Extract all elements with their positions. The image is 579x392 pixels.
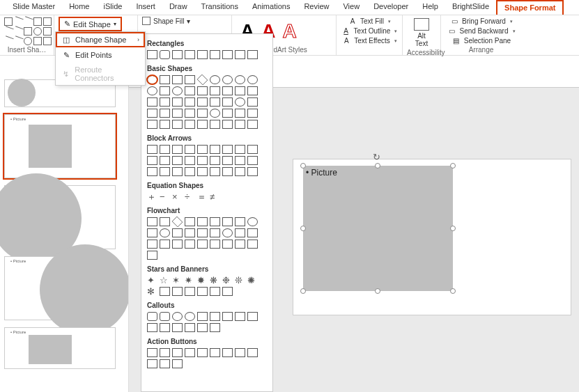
- edit-shape-button[interactable]: ✎ Edit Shape ▾: [59, 17, 122, 31]
- send-backward-label: Send Backward: [459, 27, 508, 35]
- text-outline-icon: A: [341, 27, 351, 35]
- tab-animations[interactable]: Animations: [245, 0, 297, 15]
- selection-pane-icon: ▤: [451, 37, 461, 45]
- gallery-row-rectangles[interactable]: [147, 50, 267, 59]
- tab-transitions[interactable]: Transitions: [194, 0, 245, 15]
- gallery-heading-equation-shapes: Equation Shapes: [147, 182, 267, 189]
- resize-handle-sw[interactable]: [300, 288, 306, 294]
- resize-handle-w[interactable]: [300, 226, 306, 231]
- tab-view[interactable]: View: [336, 0, 366, 15]
- thumb-layout-2[interactable]: • Picture: [4, 114, 116, 178]
- tab-islide[interactable]: iSlide: [96, 0, 129, 15]
- text-fill-label: Text Fill: [360, 17, 384, 25]
- reroute-connectors-label: Reroute Connectors: [75, 65, 139, 82]
- text-fill-icon: A: [348, 17, 357, 25]
- slide-thumbnails-pane[interactable]: • Picture • Picture • Picture • Picture: [0, 75, 129, 392]
- text-outline-button[interactable]: A Text Outline ▾: [341, 26, 398, 36]
- gallery-heading-basic-shapes: Basic Shapes: [147, 65, 267, 72]
- gallery-row-action-buttons[interactable]: [147, 348, 267, 368]
- gallery-row-basic-shapes[interactable]: [147, 75, 267, 129]
- tab-slide-master[interactable]: Slide Master: [6, 0, 62, 15]
- bring-forward-icon: ▭: [449, 17, 459, 25]
- shape-gallery[interactable]: Rectangles Basic Shapes Block Arrows Equ…: [141, 33, 273, 392]
- edit-shape-menu: ◫ Change Shape › ✎ Edit Points ↯ Reroute…: [55, 31, 146, 86]
- chevron-down-icon: ▾: [394, 29, 397, 34]
- edit-shape-icon: ✎: [64, 19, 70, 29]
- text-effects-label: Text Effects: [354, 37, 390, 45]
- chevron-right-icon: ›: [137, 36, 139, 43]
- group-label-accessibility: Accessibility: [407, 49, 436, 58]
- chevron-down-icon: ▾: [114, 21, 116, 27]
- resize-handle-nw[interactable]: [300, 163, 306, 168]
- gallery-heading-block-arrows: Block Arrows: [147, 134, 267, 142]
- thumb-layout-5[interactable]: • Picture: [4, 327, 116, 369]
- chevron-down-icon: ▾: [513, 29, 516, 34]
- chevron-down-icon: ▾: [510, 19, 513, 24]
- alt-text-label: Alt Text: [411, 32, 432, 47]
- gallery-heading-flowchart: Flowchart: [147, 207, 267, 214]
- thumb-layout-4[interactable]: • Picture: [4, 256, 116, 320]
- menu-change-shape[interactable]: ◫ Change Shape ›: [56, 32, 145, 47]
- main-area: • Picture • Picture • Picture • Picture …: [0, 75, 579, 392]
- tab-draw[interactable]: Draw: [162, 0, 194, 15]
- gallery-row-stars-banners[interactable]: ✦☆✶✷✸❋❉❊✺✻: [147, 276, 267, 296]
- alt-text-icon: [414, 18, 429, 31]
- thumb-label: • Picture: [10, 259, 26, 263]
- chevron-down-icon: ▾: [388, 19, 391, 24]
- gallery-row-callouts[interactable]: [147, 312, 267, 332]
- text-effects-icon: A: [341, 37, 351, 45]
- alt-text-button[interactable]: Alt Text: [407, 17, 436, 49]
- text-effects-button[interactable]: A Text Effects ▾: [341, 36, 397, 45]
- edit-shape-label: Edit Shape: [73, 20, 111, 29]
- text-fill-button[interactable]: A Text Fill ▾: [348, 17, 391, 26]
- chevron-down-icon: ▾: [187, 17, 190, 25]
- resize-handle-e[interactable]: [450, 226, 456, 231]
- fill-swatch-icon: [142, 17, 150, 25]
- rotate-handle[interactable]: [373, 152, 381, 160]
- gallery-heading-action-buttons: Action Buttons: [147, 338, 267, 345]
- thumb-label: • Picture: [10, 330, 26, 334]
- thumb-label: • Picture: [10, 117, 26, 121]
- thumb-layout-3[interactable]: • Picture: [4, 185, 116, 249]
- reroute-icon: ↯: [61, 69, 70, 79]
- selection-pane-button[interactable]: ▤ Selection Pane: [451, 36, 511, 45]
- resize-handle-se[interactable]: [450, 288, 456, 294]
- gallery-heading-rectangles: Rectangles: [147, 40, 267, 47]
- change-shape-label: Change Shape: [75, 36, 126, 44]
- group-label-arrange: Arrange: [445, 46, 517, 55]
- tab-shape-format[interactable]: Shape Format: [496, 0, 564, 15]
- resize-handle-n[interactable]: [375, 163, 380, 168]
- tab-home[interactable]: Home: [62, 0, 96, 15]
- bring-forward-label: Bring Forward: [462, 17, 506, 25]
- selection-pane-label: Selection Pane: [464, 37, 511, 45]
- tab-review[interactable]: Review: [297, 0, 336, 15]
- tab-insert[interactable]: Insert: [129, 0, 162, 15]
- shape-fill-button[interactable]: Shape Fill ▾: [142, 17, 190, 25]
- send-backward-button[interactable]: ▭ Send Backward ▾: [447, 26, 515, 36]
- shape-fill-label: Shape Fill: [153, 17, 184, 25]
- group-label-insert-shapes: Insert Sha…: [4, 46, 49, 55]
- tab-developer[interactable]: Developer: [366, 0, 415, 15]
- wordart-style-3[interactable]: A: [282, 20, 296, 42]
- edit-points-label: Edit Points: [75, 51, 112, 59]
- tab-brightslide[interactable]: BrightSlide: [445, 0, 496, 15]
- resize-handle-ne[interactable]: [450, 163, 456, 168]
- change-shape-icon: ◫: [61, 35, 71, 45]
- gallery-heading-callouts: Callouts: [147, 301, 267, 309]
- edit-points-icon: ✎: [61, 50, 71, 60]
- tab-help[interactable]: Help: [415, 0, 445, 15]
- gallery-heading-stars-banners: Stars and Banners: [147, 265, 267, 273]
- text-outline-label: Text Outline: [354, 27, 391, 35]
- gallery-row-flowchart[interactable]: [147, 217, 267, 260]
- ribbon-tabs: Slide Master Home iSlide Insert Draw Tra…: [0, 0, 579, 15]
- chevron-down-icon: ▾: [394, 38, 397, 44]
- menu-reroute-connectors: ↯ Reroute Connectors: [56, 63, 145, 85]
- menu-edit-points[interactable]: ✎ Edit Points: [56, 47, 145, 63]
- shape-oval[interactable]: [147, 75, 157, 84]
- bring-forward-button[interactable]: ▭ Bring Forward ▾: [449, 17, 513, 26]
- resize-handle-s[interactable]: [375, 288, 380, 294]
- shapes-preset-grid[interactable]: [4, 17, 52, 45]
- gallery-row-equation-shapes[interactable]: ＋−×÷＝≠: [147, 192, 267, 201]
- picture-placeholder[interactable]: [303, 166, 453, 291]
- gallery-row-block-arrows[interactable]: [147, 145, 267, 176]
